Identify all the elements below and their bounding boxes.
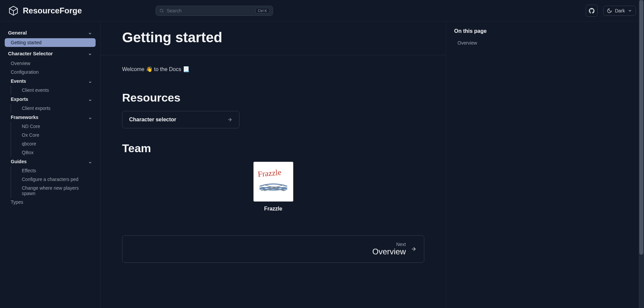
scrollbar-thumb[interactable] [639,0,643,255]
theme-label: Dark [615,8,625,13]
sidebar-subsection-frameworks[interactable]: Frameworks ⌄ [5,113,96,122]
github-icon [588,7,595,14]
sidebar-item-qbcore[interactable]: qbcore [11,139,96,148]
sidebar-item-types[interactable]: Types [5,198,96,206]
toc-heading: On this page [454,28,532,34]
chevron-down-icon: ⌄ [88,97,92,102]
subsection-label: Frameworks [11,115,38,120]
sidebar-section-character-selector[interactable]: Character Selector ⌄ [5,48,96,59]
welcome-text: Welcome 👋 to the Docs 📃 [122,66,424,72]
theme-toggle[interactable]: Dark [603,6,636,16]
chevron-down-icon [628,8,632,13]
sidebar: General ⌄ Getting started Character Sele… [0,21,101,308]
subsection-label: Guides [11,159,26,164]
search-icon [159,8,164,13]
chevron-down-icon: ⌄ [88,29,92,36]
header: ResourceForge Ctrl K Dark [0,0,644,21]
sidebar-item-client-events[interactable]: Client events [11,86,96,95]
resource-card-title: Character selector [129,117,176,123]
next-page-link[interactable]: Next Overview [122,235,424,263]
chevron-down-icon: ⌄ [88,115,92,120]
logo-area[interactable]: ResourceForge [8,5,156,16]
section-label: General [8,30,27,36]
page-title: Getting started [122,29,424,46]
team-heading: Team [122,142,424,155]
sidebar-item-configuration[interactable]: Configuration [5,68,96,76]
header-right: Dark [586,5,636,17]
chevron-down-icon: ⌄ [88,159,92,164]
sidebar-item-overview[interactable]: Overview [5,59,96,68]
sidebar-item-qbox[interactable]: QBox [11,148,96,157]
search-shortcut: Ctrl K [256,8,270,13]
sidebar-subsection-guides[interactable]: Guides ⌄ [5,157,96,166]
arrow-right-icon [411,246,417,252]
avatar: Frazzle [253,162,293,202]
arrow-right-icon [227,117,232,122]
subsection-label: Events [11,78,26,84]
search-box[interactable]: Ctrl K [156,6,273,16]
logo-icon [8,5,19,16]
chevron-down-icon: ⌄ [88,78,92,84]
next-label: Next [372,242,406,247]
brand-name: ResourceForge [23,6,82,15]
table-of-contents: On this page Overview [446,21,540,308]
chevron-down-icon: ⌄ [88,50,92,56]
team-member-card[interactable]: Frazzle [253,162,293,212]
sidebar-item-configure-ped[interactable]: Configure a characters ped [11,175,96,184]
sidebar-item-change-spawn[interactable]: Change where new players spawn [11,184,96,198]
moon-icon [607,8,612,13]
svg-point-2 [160,9,163,12]
sidebar-item-ox-core[interactable]: Ox Core [11,131,96,139]
subsection-label: Exports [11,97,28,102]
toc-item-overview[interactable]: Overview [454,39,532,47]
sidebar-item-getting-started[interactable]: Getting started [5,38,96,47]
next-title: Overview [372,247,406,256]
resource-card-character-selector[interactable]: Character selector [122,111,239,128]
sidebar-subsection-exports[interactable]: Exports ⌄ [5,95,96,104]
sidebar-section-general[interactable]: General ⌄ [5,27,96,38]
scrollbar[interactable] [639,0,644,308]
sidebar-item-effects[interactable]: Effects [11,166,96,175]
sidebar-subsection-events[interactable]: Events ⌄ [5,76,96,86]
content: Getting started Welcome 👋 to the Docs 📃 … [101,21,446,308]
github-link[interactable] [586,5,598,17]
section-label: Character Selector [8,51,53,56]
team-member-name: Frazzle [253,206,293,212]
sidebar-item-client-exports[interactable]: Client exports [11,104,96,113]
resources-heading: Resources [122,91,424,104]
divider [101,55,446,55]
search-input[interactable] [167,8,253,13]
svg-line-3 [163,11,164,12]
svg-text:Frazzle: Frazzle [257,168,281,179]
sidebar-item-nd-core[interactable]: ND Core [11,122,96,131]
